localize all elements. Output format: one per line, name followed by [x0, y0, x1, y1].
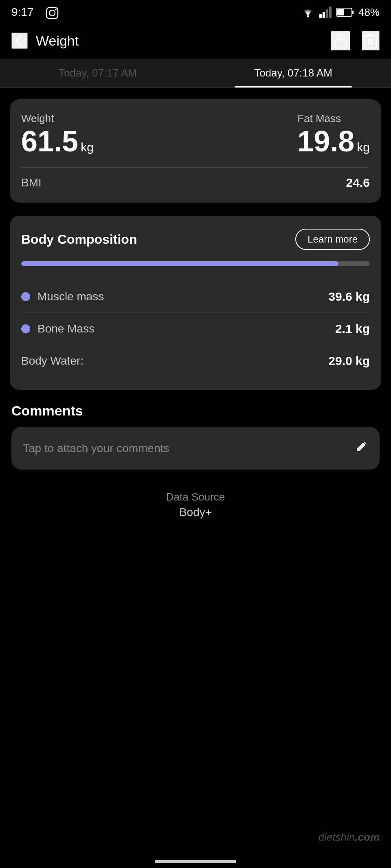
svg-point-10: [55, 9, 57, 11]
back-button[interactable]: [11, 33, 28, 49]
bone-mass-row: Bone Mass 2.1 kg: [21, 313, 370, 345]
muscle-mass-row: Muscle mass 39.6 kg: [21, 281, 370, 313]
bmi-label: BMI: [21, 176, 42, 189]
bone-mass-value: 2.1 kg: [335, 322, 370, 336]
muscle-mass-dot: [21, 292, 30, 301]
body-composition-progress: [21, 261, 370, 266]
data-source-value: Body+: [10, 506, 381, 519]
fat-mass-label: Fat Mass: [297, 112, 370, 125]
top-nav: Weight: [0, 23, 391, 59]
tab-bar: Today, 07:17 AM Today, 07:18 AM: [0, 59, 391, 88]
svg-point-0: [307, 15, 309, 17]
svg-rect-2: [323, 12, 325, 18]
svg-rect-1: [319, 14, 322, 18]
tab-previous[interactable]: Today, 07:17 AM: [0, 59, 196, 87]
learn-more-button[interactable]: Learn more: [295, 229, 370, 250]
status-icons: 48%: [301, 6, 380, 19]
weight-card: Weight 61.5 kg Fat Mass 19.8 kg BMI 24.6: [10, 99, 381, 203]
tab-current[interactable]: Today, 07:18 AM: [196, 59, 391, 87]
data-source-label: Data Source: [10, 491, 381, 503]
main-content: Weight 61.5 kg Fat Mass 19.8 kg BMI 24.6…: [0, 88, 391, 547]
comments-title: Comments: [11, 403, 380, 419]
comments-placeholder: Tap to attach your comments: [23, 442, 169, 455]
weight-item: Weight 61.5 kg: [21, 112, 94, 156]
weight-value-container: 61.5 kg: [21, 127, 94, 156]
bc-title: Body Composition: [21, 232, 137, 247]
muscle-mass-label: Muscle mass: [37, 290, 104, 303]
watermark-domain: dietshin: [319, 831, 355, 843]
svg-point-9: [49, 10, 55, 16]
home-indicator: [155, 860, 236, 863]
delete-button[interactable]: [362, 31, 380, 50]
nav-right: [331, 31, 380, 50]
svg-rect-7: [337, 9, 344, 15]
muscle-mass-value: 39.6 kg: [328, 290, 370, 304]
data-source-section: Data Source Body+: [10, 483, 381, 535]
battery-percent: 48%: [358, 6, 380, 19]
instagram-icon: [45, 6, 59, 22]
weight-unit: kg: [81, 140, 94, 154]
wifi-icon: [301, 7, 315, 18]
svg-rect-6: [352, 11, 354, 14]
comments-section: Comments Tap to attach your comments: [10, 403, 381, 470]
progress-bar-fill: [21, 261, 338, 266]
weight-label: Weight: [21, 112, 94, 125]
body-water-row: Body Water: 29.0 kg: [21, 345, 370, 377]
weight-divider: [21, 167, 370, 168]
nav-left: Weight: [11, 33, 79, 49]
bone-mass-label: Bone Mass: [37, 322, 94, 335]
svg-rect-3: [326, 9, 328, 18]
status-time: 9:17: [11, 6, 34, 19]
bc-header: Body Composition Learn more: [21, 229, 370, 250]
battery-icon: [336, 7, 354, 17]
muscle-mass-left: Muscle mass: [21, 290, 104, 303]
fat-mass-item: Fat Mass 19.8 kg: [297, 112, 370, 156]
bone-mass-left: Bone Mass: [21, 322, 94, 335]
weight-number: 61.5: [21, 127, 78, 156]
body-composition-card: Body Composition Learn more Muscle mass …: [10, 216, 381, 390]
bmi-row: BMI 24.6: [21, 176, 370, 190]
body-water-label: Body Water:: [21, 354, 83, 367]
fat-mass-unit: kg: [357, 140, 370, 154]
watermark-tld: .com: [355, 831, 380, 843]
weight-row: Weight 61.5 kg Fat Mass 19.8 kg: [21, 112, 370, 156]
comments-card[interactable]: Tap to attach your comments: [11, 427, 380, 470]
svg-rect-4: [329, 7, 332, 18]
bmi-value: 24.6: [346, 176, 370, 190]
fat-mass-number: 19.8: [297, 127, 354, 156]
edit-icon: [354, 440, 368, 457]
bone-mass-dot: [21, 324, 30, 333]
page-title: Weight: [36, 33, 79, 49]
share-button[interactable]: [331, 31, 350, 50]
body-water-value: 29.0 kg: [328, 354, 370, 368]
fat-mass-value-container: 19.8 kg: [297, 127, 370, 156]
watermark: dietshin.com: [319, 831, 380, 844]
signal-icon: [319, 7, 332, 18]
